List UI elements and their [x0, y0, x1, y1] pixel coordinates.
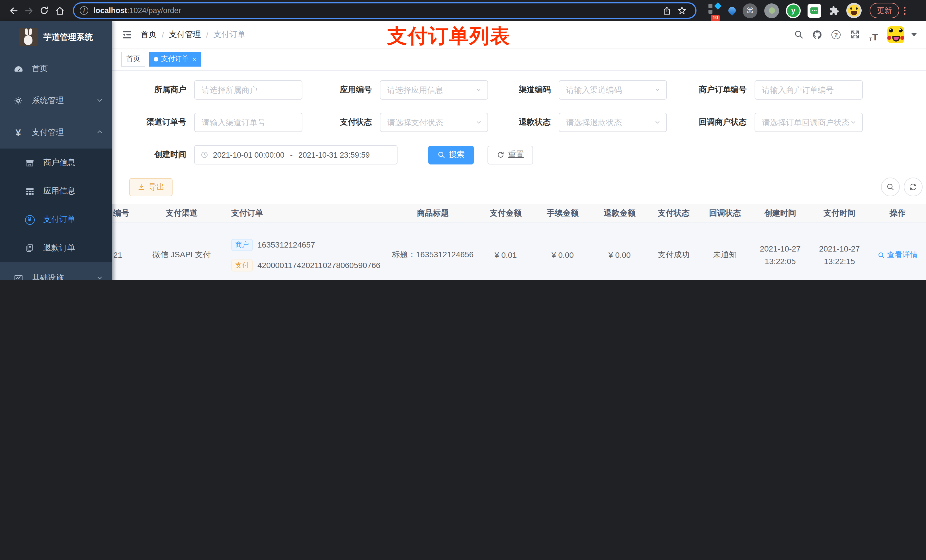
date-start: 2021-10-01 00:00:00 [213, 151, 284, 159]
home-icon[interactable] [52, 3, 67, 18]
annotation-title: 支付订单列表 [387, 23, 510, 50]
extensions-puzzle-icon[interactable] [828, 5, 840, 16]
fullscreen-icon[interactable] [847, 27, 862, 42]
sidebar-item-system[interactable]: 系统管理 [0, 85, 112, 117]
table-header: 编号 支付渠道 支付订单 商品标题 支付金额 手续金额 退款金额 支付状态 回调… [112, 204, 926, 222]
extension-boards-icon[interactable]: 10 [708, 2, 722, 19]
extension-command-icon[interactable]: ⌘ [743, 3, 757, 18]
filter-label: 应用编号 [325, 85, 372, 95]
extension-y-icon[interactable]: y [786, 3, 801, 18]
sidebar-item-merchant-info[interactable]: 商户信息 [0, 148, 112, 177]
extension-balloon-icon[interactable] [728, 7, 736, 14]
close-icon[interactable]: × [192, 56, 196, 62]
sidebar-item-refund-order[interactable]: 退款订单 [0, 234, 112, 263]
merchant-input[interactable] [200, 85, 296, 95]
filter-merchant: 所属商户 [129, 80, 303, 100]
channel-order-no-field[interactable] [194, 113, 303, 132]
filter-row-2: 渠道订单号 支付状态 退款状态 [129, 112, 926, 133]
notify-cell: 未通知 [699, 250, 750, 260]
chevron-down-icon [654, 85, 661, 95]
app-no-input[interactable] [386, 85, 475, 95]
created-date: 2021-10-27 [750, 242, 810, 255]
logo-image [20, 28, 38, 46]
channel-code-select[interactable] [559, 80, 667, 100]
channel-cell: 微信 JSAPI 支付 [140, 250, 223, 260]
shop-icon [23, 158, 36, 168]
col-status: 支付状态 [648, 208, 699, 218]
sidebar-item-payment[interactable]: ¥ 支付管理 [0, 117, 112, 148]
created-cell: 2021-10-2713:22:05 [750, 242, 810, 267]
sidebar-item-label: 基础设施 [32, 273, 64, 280]
action-cell: 查看详情 [869, 250, 926, 260]
refund-status-input[interactable] [565, 117, 654, 127]
github-icon[interactable] [810, 27, 825, 42]
share-icon[interactable] [659, 3, 674, 18]
notify-status-select[interactable] [755, 113, 863, 132]
refund-status-select[interactable] [559, 113, 667, 132]
pay-status-select[interactable] [380, 113, 488, 132]
help-icon[interactable]: ? [829, 27, 843, 42]
gear-icon [11, 96, 25, 105]
filter-label: 商户订单编号 [690, 85, 747, 95]
top-navbar: 首页 / 支付管理 / 支付订单 支付订单列表 ? тT [112, 21, 926, 48]
breadcrumb-payment[interactable]: 支付管理 [169, 29, 201, 39]
app-logo[interactable]: 芋道管理系统 [0, 21, 112, 53]
app-window: i localhost:1024/pay/order 10 ⌘ y [0, 0, 926, 280]
browser-menu-icon[interactable] [904, 6, 905, 15]
reload-icon[interactable] [36, 3, 52, 18]
export-button[interactable]: 导出 [129, 178, 172, 196]
back-icon[interactable] [6, 3, 21, 18]
extension-chat-icon[interactable] [808, 4, 821, 17]
forward-icon[interactable] [21, 3, 36, 18]
profile-avatar[interactable] [846, 3, 862, 18]
created-time: 13:22:05 [750, 255, 810, 267]
reset-button[interactable]: 重置 [487, 145, 533, 164]
pay-status-input[interactable] [386, 117, 475, 127]
extension-record-icon[interactable] [764, 3, 779, 18]
dashboard-icon [11, 64, 25, 74]
merchant-order-no-field[interactable] [755, 80, 863, 100]
col-channel: 支付渠道 [140, 208, 223, 218]
notify-status-input[interactable] [761, 117, 850, 127]
sidebar-item-infrastructure[interactable]: 基础设施 [0, 263, 112, 280]
table-toolbar: 导出 [129, 178, 923, 196]
merchant-select[interactable] [194, 80, 303, 100]
col-fee: 手续金额 [534, 208, 591, 218]
breadcrumb-current: 支付订单 [213, 29, 245, 39]
url-text[interactable]: localhost:1024/pay/order [94, 6, 181, 15]
bookmark-star-icon[interactable] [674, 3, 690, 18]
clock-icon [200, 151, 209, 159]
tab-label: 首页 [126, 54, 140, 64]
breadcrumb-home[interactable]: 首页 [141, 29, 157, 39]
font-size-icon[interactable]: тT [866, 27, 881, 42]
channel-order-no-input[interactable] [200, 117, 296, 127]
hide-search-button[interactable] [881, 178, 900, 196]
date-range-picker[interactable]: 2021-10-01 00:00:00 - 2021-10-31 23:59:5… [194, 145, 398, 165]
breadcrumb: 首页 / 支付管理 / 支付订单 [141, 29, 245, 39]
search-icon[interactable] [791, 27, 806, 42]
sidebar: 芋道管理系统 首页 系统管理 ¥ 支付管理 商户信息 [0, 21, 112, 280]
monitor-icon [11, 273, 25, 280]
sidebar-item-pay-order[interactable]: ¥ 支付订单 [0, 205, 112, 234]
address-bar[interactable]: i localhost:1024/pay/order [73, 2, 696, 19]
tab-pay-order[interactable]: 支付订单 × [149, 51, 201, 66]
channel-code-input[interactable] [565, 85, 654, 95]
site-info-icon[interactable]: i [80, 6, 88, 15]
sidebar-item-home[interactable]: 首页 [0, 53, 112, 85]
sidebar-item-app-info[interactable]: 应用信息 [0, 177, 112, 205]
update-button[interactable]: 更新 [870, 3, 899, 18]
pay-order-cell: 商户1635312124657支付42000011742021102780605… [223, 239, 388, 271]
search-button[interactable]: 搜索 [428, 145, 474, 164]
avatar-dropdown-caret-icon[interactable] [911, 33, 917, 36]
user-avatar[interactable] [887, 26, 904, 43]
view-detail-link[interactable]: 查看详情 [869, 250, 926, 260]
sidebar-toggle-icon[interactable] [121, 29, 133, 40]
extension-badge: 10 [711, 15, 720, 21]
navbar-actions: ? тT [791, 26, 917, 43]
app-no-select[interactable] [380, 80, 488, 100]
sidebar-item-label: 支付订单 [43, 214, 75, 225]
tab-home[interactable]: 首页 [121, 51, 145, 66]
filter-app-no: 应用编号 [325, 80, 488, 100]
merchant-order-no-input[interactable] [761, 85, 856, 95]
refresh-button[interactable] [904, 178, 923, 196]
